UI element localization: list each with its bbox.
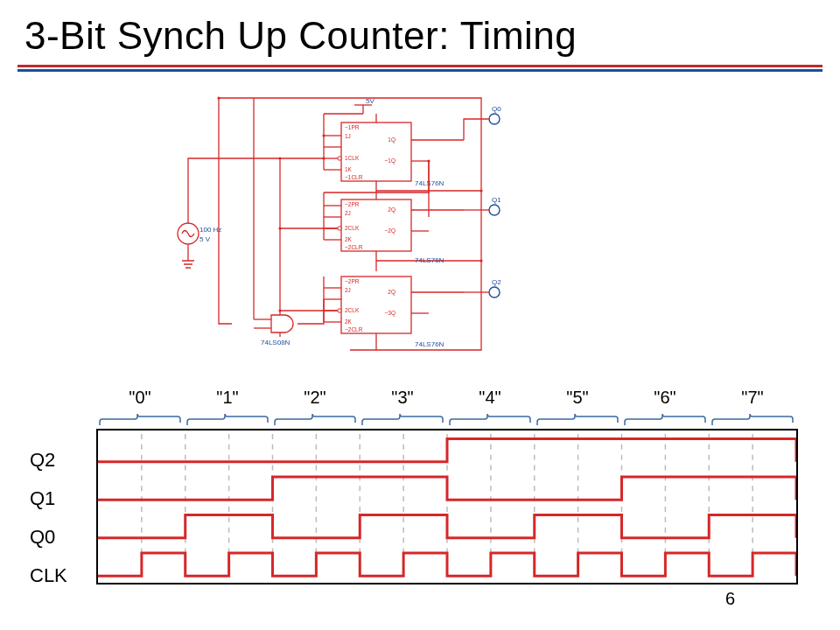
count-label: "4" — [479, 388, 500, 408]
chip-label-3: 74LS76N — [415, 340, 444, 348]
svg-rect-9 — [341, 122, 411, 181]
svg-point-7 — [480, 259, 482, 262]
count-label: "6" — [654, 388, 676, 408]
slide-number: 6 — [725, 589, 735, 609]
page-title: 3-Bit Synch Up Counter: Timing — [0, 0, 840, 63]
svg-text:2J: 2J — [345, 210, 351, 216]
timing-diagram — [96, 429, 798, 584]
count-label: "0" — [129, 388, 150, 408]
svg-point-38 — [489, 205, 500, 215]
signal-label: CLK — [30, 566, 67, 585]
signal-label: Q2 — [30, 451, 55, 470]
schematic-diagram: ~1PR 1J 1CLK 1K ~1CLR 1Q ~1Q ~2PR 2J 2CL… — [149, 88, 551, 376]
chip-label-1: 74LS76N — [415, 179, 444, 187]
svg-rect-11 — [341, 276, 411, 333]
svg-point-6 — [480, 189, 482, 192]
svg-point-5 — [427, 159, 430, 162]
count-label: "1" — [216, 388, 238, 408]
count-label: "7" — [741, 388, 763, 408]
signal-label: Q1 — [30, 489, 55, 508]
svg-text:~1CLR: ~1CLR — [345, 174, 363, 180]
svg-text:1CLK: 1CLK — [345, 155, 360, 161]
count-label: "2" — [304, 388, 326, 408]
svg-point-39 — [489, 287, 500, 298]
count-labels-row: "0""1""2""3""4""5""6""7" — [96, 388, 796, 407]
title-underline — [18, 65, 822, 74]
svg-text:2CLK: 2CLK — [345, 225, 360, 231]
count-brackets — [96, 410, 796, 430]
svg-text:2CLK: 2CLK — [345, 307, 360, 313]
svg-point-2 — [278, 157, 281, 159]
svg-text:2Q: 2Q — [388, 206, 396, 214]
svg-text:1K: 1K — [345, 166, 353, 172]
svg-point-4 — [278, 309, 281, 312]
out-q2-label: Q2 — [492, 278, 501, 286]
svg-text:~2PR: ~2PR — [345, 201, 360, 207]
svg-point-37 — [489, 114, 500, 124]
out-q1-label: Q1 — [492, 196, 501, 204]
signal-label: Q0 — [30, 528, 55, 547]
svg-point-8 — [217, 96, 220, 99]
svg-text:2J: 2J — [345, 287, 351, 293]
svg-point-12 — [338, 157, 341, 160]
svg-text:~2PR: ~2PR — [345, 278, 360, 284]
svg-text:~2CLR: ~2CLR — [345, 244, 363, 250]
svg-text:~1PR: ~1PR — [345, 124, 360, 130]
svg-text:~2CLR: ~2CLR — [345, 326, 363, 332]
svg-point-13 — [338, 227, 341, 230]
svg-point-14 — [338, 309, 341, 312]
svg-text:1J: 1J — [345, 133, 351, 139]
svg-text:~1Q: ~1Q — [385, 158, 396, 164]
count-label: "5" — [566, 388, 588, 408]
svg-text:2K: 2K — [345, 318, 353, 325]
count-label: "3" — [391, 388, 413, 408]
svg-text:~3Q: ~3Q — [385, 310, 396, 317]
source-volt-label: 5 V — [200, 235, 211, 243]
and-gate-label: 74LS08N — [261, 339, 290, 346]
out-q0-label: Q0 — [492, 105, 501, 113]
svg-text:1Q: 1Q — [388, 136, 396, 144]
svg-text:2Q: 2Q — [388, 289, 396, 296]
svg-point-3 — [278, 227, 281, 229]
svg-point-1 — [322, 157, 325, 159]
svg-text:2K: 2K — [345, 236, 353, 242]
source-freq-label: 100 Hz — [200, 226, 221, 234]
svg-text:~2Q: ~2Q — [385, 228, 396, 234]
chip-label-2: 74LS76N — [415, 256, 444, 264]
supply-label: 5V — [366, 97, 374, 105]
svg-point-0 — [322, 134, 325, 136]
